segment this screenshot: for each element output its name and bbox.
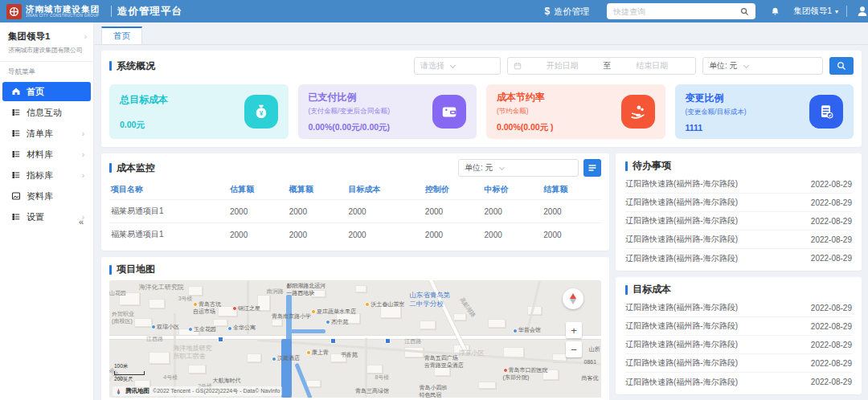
map-label: 山花园: [109, 290, 126, 297]
map-zoom-in-button[interactable]: +: [566, 322, 582, 338]
header-partial-icon[interactable]: [855, 5, 868, 18]
sidebar-item-4[interactable]: 指标库›: [2, 165, 91, 185]
metro-station-icon: [218, 337, 223, 342]
date-start-placeholder[interactable]: 开始日期: [525, 60, 600, 71]
quick-search-input[interactable]: [613, 7, 740, 16]
todo-panel: 待办事项 辽阳路快速路(福州路-海尔路段)2022-08-29辽阳路快速路(福州…: [616, 153, 862, 271]
project-select[interactable]: 请选择: [414, 57, 501, 75]
map-label: 江西路: [404, 338, 421, 345]
map-highlight-road: [291, 329, 326, 333]
map-label: 汉庭酒店: [272, 355, 300, 362]
map-poi-icon: [193, 302, 198, 307]
header-divider: [846, 6, 847, 17]
sidebar-collapse-toggle[interactable]: «: [79, 217, 84, 227]
header-divider: [111, 6, 112, 17]
date-range-picker[interactable]: 开始日期 至 结束日期: [507, 57, 696, 75]
search-icon[interactable]: [740, 7, 749, 16]
unit-select[interactable]: 单位: 元: [702, 57, 823, 75]
system-overview-panel: 系统概况 请选择 开始日期 至 结束日期: [101, 51, 862, 147]
tencent-map-logo-icon: [115, 388, 122, 395]
map-poi-icon: [232, 306, 237, 311]
stat-card-paid-ratio: 已支付比例 (支付金额/变更后合同金额) 0.00%(0.00元/0.00元): [298, 84, 477, 139]
map-building: [149, 299, 165, 308]
sidebar-item-5[interactable]: 资料库: [2, 186, 91, 206]
section-title-cost-monitor: 成本监控: [109, 161, 155, 175]
notification-bell-icon[interactable]: [770, 6, 780, 17]
table-cell: 2000: [288, 200, 347, 223]
list-item[interactable]: 辽阳路快速路(福州路-海尔路段)2022-08-29: [625, 212, 852, 231]
sidebar-item-2[interactable]: 清单库›: [2, 124, 91, 143]
section-title-overview: 系统概况: [109, 59, 155, 73]
table-cell: 2000: [288, 223, 347, 247]
list-icon: [10, 170, 21, 181]
list-item-date: 2022-08-29: [811, 359, 852, 368]
table-cell: 2000: [346, 223, 423, 247]
map-label: 山所: [589, 346, 600, 353]
table-row[interactable]: 福莱易通项目1200020002000200020002000: [109, 200, 601, 223]
list-item-name: 辽阳路快速路(福州路-海尔路段): [625, 320, 738, 332]
table-cell: 2000: [228, 200, 288, 223]
list-item[interactable]: 辽阳路快速路(福州路-海尔路段)2022-08-29: [625, 231, 852, 249]
list-item[interactable]: 辽阳路快速路(福州路-海尔路段)2022-08-29: [625, 299, 852, 317]
user-menu[interactable]: 集团领导1 ▾: [793, 6, 838, 17]
map-poi-icon: [306, 350, 311, 355]
nav-cost-management[interactable]: $ 造价管理: [544, 6, 589, 18]
monitor-unit-select[interactable]: 单位: 元: [458, 159, 579, 177]
map-zoom-out-button[interactable]: −: [566, 341, 582, 357]
sidebar-item-label: 首页: [27, 86, 84, 98]
map-label: 8号楼: [375, 374, 389, 382]
map-label: 4号楼: [163, 374, 178, 382]
map-highlight-road: [281, 339, 292, 398]
hand-coin-icon: [621, 95, 655, 129]
sidebar-item-6[interactable]: 设置›: [2, 207, 91, 227]
sidebar-item-label: 指标库: [27, 169, 82, 182]
search-icon: [837, 61, 846, 71]
map-brand[interactable]: 腾讯地图: [125, 387, 149, 395]
map-building: [478, 382, 496, 389]
list-item[interactable]: 辽阳路快速路(福州路-海尔路段)2022-08-29: [625, 175, 852, 194]
table-view-toggle-button[interactable]: [583, 159, 601, 177]
sidebar-item-3[interactable]: 材料库›: [2, 145, 91, 164]
date-end-placeholder[interactable]: 结束日期: [615, 60, 690, 71]
map-compass[interactable]: [563, 288, 583, 309]
chevron-down-icon: [499, 164, 505, 169]
sidebar-item-0[interactable]: 首页: [2, 82, 91, 101]
list-item[interactable]: 辽阳路快速路(福州路-海尔路段)2022-08-29: [625, 354, 852, 373]
cost-monitor-panel: 成本监控 单位: 元: [101, 153, 609, 251]
moneybag-icon: ¥: [244, 95, 278, 129]
map-building: [188, 286, 203, 296]
sidebar-item-label: 资料库: [27, 190, 84, 202]
table-cell: 2000: [424, 223, 483, 247]
sidebar-item-1[interactable]: 信息互动: [2, 103, 91, 122]
list-item-date: 2022-08-29: [811, 235, 852, 244]
sidebar: 集团领导1 › 济南城市建设集团有限公司 导航菜单 首页信息互动清单库›材料库›…: [0, 22, 94, 400]
title-accent-bar: [109, 61, 112, 71]
stat-card-change-ratio: 变更比例 (变更金额/目标成本) 1111: [675, 84, 854, 139]
list-item[interactable]: 辽阳路快速路(福州路-海尔路段)2022-08-29: [625, 194, 852, 212]
stat-card-title: 成本节约率: [497, 91, 554, 104]
project-map-canvas[interactable]: 海洋化工研究院山花园3号楼青岛古玩 自运市场锦江之星南润路鄱阳湖路北运河 一路西…: [109, 280, 601, 398]
list-item-name: 辽阳路快速路(福州路-海尔路段): [625, 197, 738, 208]
list-item[interactable]: 辽阳路快速路(福州路-海尔路段)2022-08-29: [625, 249, 852, 267]
map-building: [355, 285, 366, 292]
section-title-todo: 待办事项: [625, 159, 852, 173]
compass-south-needle: [570, 299, 576, 304]
list-item[interactable]: 辽阳路快速路(福州路-海尔路段)2022-08-29: [625, 336, 852, 354]
title-accent-bar: [625, 161, 628, 171]
map-building: [365, 365, 383, 373]
chevron-right-icon: ›: [84, 32, 87, 41]
divider: [0, 61, 93, 62]
tab-home[interactable]: 首页: [101, 27, 142, 44]
map-building: [149, 352, 170, 364]
table-row[interactable]: 福莱易通项目1200020002000200020002000: [109, 223, 601, 247]
stat-card-value: 1111: [686, 123, 747, 133]
list-item[interactable]: 辽阳路快速路(福州路-海尔路段)2022-08-29: [625, 373, 852, 391]
map-label: 夏庄蔬菜水果店: [311, 308, 356, 316]
overview-search-button[interactable]: [829, 57, 854, 75]
list-item-date: 2022-08-29: [811, 198, 852, 207]
map-label: 山东省青岛第 二中学分校: [409, 291, 450, 308]
list-item[interactable]: 辽阳路快速路(福州路-海尔路段)2022-08-29: [625, 317, 852, 336]
target-cost-panel: 目标成本 辽阳路快速路(福州路-海尔路段)2022-08-29辽阳路快速路(福州…: [616, 277, 862, 394]
sidebar-user-block[interactable]: 集团领导1 › 济南城市建设集团有限公司: [0, 29, 93, 55]
map-label: 青岛三高绿馆: [355, 388, 389, 395]
